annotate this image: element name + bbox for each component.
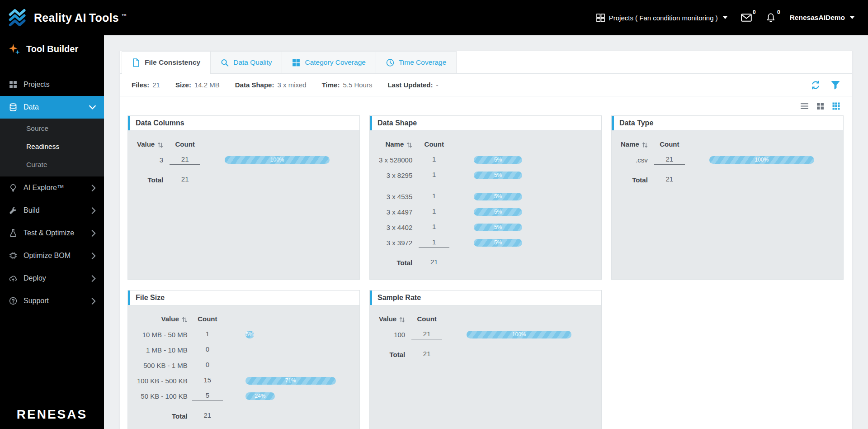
summary-row: Files:21Size:14.2 MBData Shape:3 x mixed…	[120, 74, 852, 96]
table-header-row: ValueCount	[137, 312, 350, 327]
table-row: .csv21100%	[621, 152, 834, 168]
database-icon	[9, 103, 17, 111]
grid-icon	[9, 81, 17, 89]
table-header-row: ValueCount	[137, 137, 350, 152]
card-body: ValueCount10021100%Total21	[370, 305, 601, 371]
card-data-type: Data TypeNameCount.csv21100%Total21	[611, 115, 844, 280]
summary-actions	[811, 80, 840, 90]
small-grid-view-icon[interactable]	[832, 102, 840, 110]
bar-track: 100%	[225, 156, 330, 164]
table-row: 321100%	[137, 152, 350, 168]
sidebar-item-ai-explore[interactable]: AI Explore™	[0, 176, 104, 199]
bar-track: 24%	[245, 392, 350, 400]
card-title: Data Type	[619, 119, 653, 127]
tab-file-consistency[interactable]: File Consistency	[122, 51, 211, 73]
column-header-value[interactable]: Value	[137, 140, 155, 148]
deploy-icon	[9, 274, 17, 282]
percentage-bar: 100%	[709, 156, 814, 164]
sidebar-item-build[interactable]: Build	[0, 199, 104, 222]
row-value: 3 x 8295	[379, 167, 412, 189]
main-content: File ConsistencyData QualityCategory Cov…	[104, 35, 868, 429]
card-body: ValueCount10 MB - 50 MB15%1 MB - 10 MB05…	[128, 305, 359, 429]
sidebar-subitem-source[interactable]: Source	[0, 119, 104, 138]
column-header-value[interactable]: Name	[385, 140, 404, 148]
chevron-down-icon	[89, 105, 96, 110]
sidebar-subitem-curate[interactable]: Curate	[0, 156, 104, 174]
column-header-count[interactable]: Count	[660, 140, 679, 148]
flask-icon	[9, 229, 17, 237]
total-row: Total21	[137, 404, 350, 424]
messages-button[interactable]: 0	[741, 13, 752, 23]
sidebar-subitem-label: Source	[26, 124, 48, 132]
summary-value: -	[436, 81, 438, 89]
card-title: File Size	[136, 294, 165, 302]
sidebar-item-optimize-bom[interactable]: Optimize BOM	[0, 244, 104, 267]
bar-label: 5%	[474, 172, 522, 179]
refresh-icon[interactable]	[811, 80, 821, 90]
sidebar-item-support[interactable]: Support	[0, 290, 104, 312]
sidebar-item-deploy[interactable]: Deploy	[0, 267, 104, 290]
tab-label: Data Quality	[233, 58, 272, 67]
user-menu[interactable]: RenesasAIDemo	[790, 14, 854, 22]
notifications-button[interactable]: 0	[765, 13, 776, 23]
bar-label: 71%	[245, 377, 336, 385]
sidebar-subitem-readiness[interactable]: Readiness	[0, 138, 104, 156]
row-count: 21	[411, 330, 442, 339]
total-label: Total	[137, 404, 188, 424]
renesas-logo: RENESAS	[17, 407, 87, 422]
summary-label: Last Updated:	[387, 81, 433, 89]
row-value: 1 MB - 10 MB	[137, 342, 188, 358]
card-title: Data Columns	[136, 119, 184, 127]
total-row: Total21	[379, 343, 592, 362]
tab-data-quality[interactable]: Data Quality	[211, 51, 282, 73]
column-header-count[interactable]: Count	[175, 140, 195, 148]
bulb-icon	[9, 184, 17, 192]
row-count: 21	[654, 155, 685, 165]
chevron-right-icon	[91, 253, 96, 259]
row-value: 100	[379, 327, 405, 343]
project-switcher[interactable]: Projects ( Fan condition monitoring )	[596, 14, 727, 22]
sidebar-item-label: Optimize BOM	[24, 252, 71, 260]
filter-icon[interactable]	[830, 80, 840, 90]
medium-grid-view-icon[interactable]	[816, 102, 825, 110]
column-header-value[interactable]: Value	[379, 315, 396, 323]
sidebar-item-test-optimize[interactable]: Test & Optimize	[0, 222, 104, 244]
sidebar-item-label: Projects	[24, 81, 50, 89]
tab-time-coverage[interactable]: Time Coverage	[376, 51, 457, 73]
summary-data-shape: Data Shape:3 x mixed	[235, 81, 307, 89]
column-header-count[interactable]: Count	[417, 315, 437, 323]
tab-strip: File ConsistencyData QualityCategory Cov…	[120, 51, 852, 74]
column-header-value[interactable]: Name	[621, 140, 639, 148]
tab-category-coverage[interactable]: Category Coverage	[282, 51, 376, 73]
total-label: Total	[379, 343, 405, 362]
caret-down-icon	[850, 16, 854, 19]
sidebar-item-data[interactable]: Data	[0, 96, 104, 119]
column-header-value[interactable]: Value	[161, 315, 179, 323]
column-header-count[interactable]: Count	[425, 140, 444, 148]
bar-track: 5%	[474, 208, 579, 216]
card-data-shape: Data ShapeNameCount3 x 52800015%3 x 8295…	[369, 115, 602, 280]
total-row: Total21	[137, 168, 350, 187]
total-row: Total21	[621, 168, 834, 187]
messages-badge: 0	[753, 9, 756, 15]
row-value: 3 x 528000	[379, 152, 412, 167]
table-row: 3 x 440215%	[379, 219, 592, 235]
card-accent-bar	[370, 116, 372, 130]
column-header-count[interactable]: Count	[198, 315, 217, 323]
sidebar-item-projects[interactable]: Projects	[0, 73, 104, 96]
percentage-bar: 5%	[474, 172, 522, 179]
row-count: 1	[419, 207, 449, 216]
table-row: 3 x 829515%	[379, 167, 592, 189]
bar-track: 100%	[467, 331, 571, 338]
table-row: 10 MB - 50 MB15%	[137, 327, 350, 342]
bar-track: 5%	[474, 224, 579, 231]
sort-icon	[182, 317, 188, 323]
table-header-row: NameCount	[621, 137, 834, 152]
summary-label: Time:	[322, 81, 340, 89]
logo-word-ai: AI	[75, 11, 86, 24]
bar-label: 5%	[474, 239, 522, 247]
total-count: 21	[170, 175, 200, 184]
sidebar-nav: ProjectsDataSourceReadinessCurateAI Expl…	[0, 73, 104, 312]
list-view-icon[interactable]	[800, 102, 809, 110]
sidebar: Tool Builder ProjectsDataSourceReadiness…	[0, 35, 104, 429]
